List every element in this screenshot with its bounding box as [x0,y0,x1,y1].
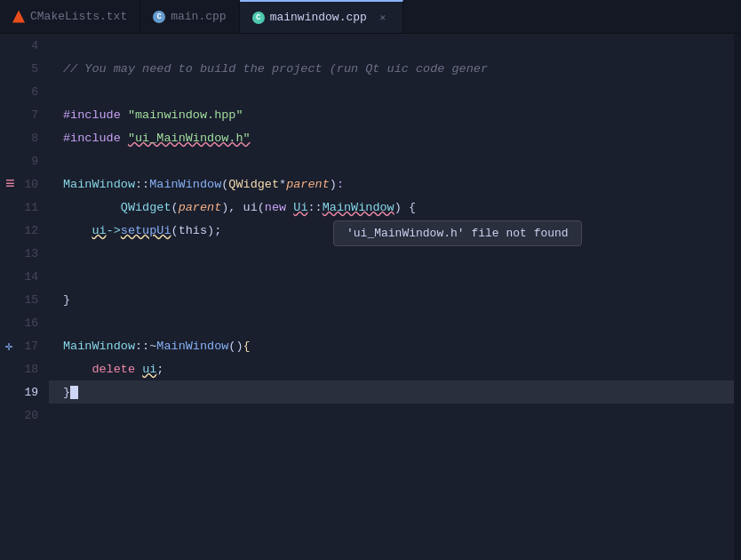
tab-mainwindow-cpp[interactable]: C mainwindow.cpp ✕ [240,0,403,33]
code-line-18: delete ui ; [49,357,734,380]
line-num-7: 7 [0,103,49,126]
line-num-18: 18 [0,357,49,380]
code-line-20 [49,404,734,427]
line-num-6: 6 [0,80,49,103]
code-content[interactable]: // You may need to build the project (ru… [49,34,734,560]
string-mainwindow-hpp: "mainwindow.hpp" [128,108,243,122]
text-cursor [70,386,78,399]
line-num-11: 11 [0,196,49,219]
code-line-8: #include "ui_MainWindow.h" [49,126,734,149]
code-line-16 [49,311,734,334]
line-num-14: 14 [0,265,49,288]
include-kw-7: #include [63,108,121,122]
tab-cmake[interactable]: CMakeLists.txt [0,0,140,33]
line-num-13: 13 [0,242,49,265]
code-line-14 [49,265,734,288]
include-kw-8: #include [63,132,121,145]
cmake-icon [12,11,25,23]
tab-main-cpp-label: main.cpp [171,10,226,23]
line-num-15: 15 [0,288,49,311]
line-num-8: 8 [0,126,49,149]
code-line-5: // You may need to build the project (ru… [49,57,734,80]
code-line-15: } [49,288,734,311]
line-num-20: 20 [0,404,49,427]
line-num-5: 5 [0,57,49,80]
line-num-16: 16 [0,311,49,334]
code-line-9 [49,149,734,172]
code-line-10: MainWindow::MainWindow(QWidget *parent) … [49,172,734,196]
scrollbar[interactable] [734,34,741,560]
code-line-6 [49,80,734,103]
line-number-gutter: 4 5 6 7 8 9 ≡ 10 11 12 13 14 15 16 ✛ 17 … [0,34,49,560]
code-line-19: } [49,380,734,404]
code-line-17: MainWindow ::~ MainWindow () { [49,334,734,357]
tab-close-button[interactable]: ✕ [376,11,390,25]
code-line-4 [49,34,734,57]
line-num-9: 9 [0,149,49,172]
cpp-icon-main: C [153,11,165,23]
line-num-12: 12 [0,219,49,242]
code-editor: 4 5 6 7 8 9 ≡ 10 11 12 13 14 15 16 ✛ 17 … [0,34,741,560]
tab-cmake-label: CMakeLists.txt [30,10,127,23]
comment-text: // You may need to build the project (ru… [63,62,488,76]
line-num-19: 19 [0,380,49,404]
tab-main-cpp[interactable]: C main.cpp [140,0,239,33]
line-num-10: ≡ 10 [0,172,49,196]
code-line-7: #include "mainwindow.hpp" [49,103,734,126]
tab-bar: CMakeLists.txt C main.cpp C mainwindow.c… [0,0,741,34]
line-num-17: ✛ 17 [0,334,49,357]
code-line-11: QWidget(parent), ui(new Ui::MainWindow) … [49,196,734,219]
error-tooltip: 'ui_MainWindow.h' file not found [333,220,582,246]
line-num-4: 4 [0,34,49,57]
string-ui-mainwindow: "ui_MainWindow.h" [128,132,251,145]
tooltip-text: 'ui_MainWindow.h' file not found [347,227,569,240]
cpp-icon-mainwindow: C [252,12,265,24]
tab-mainwindow-cpp-label: mainwindow.cpp [270,11,367,24]
